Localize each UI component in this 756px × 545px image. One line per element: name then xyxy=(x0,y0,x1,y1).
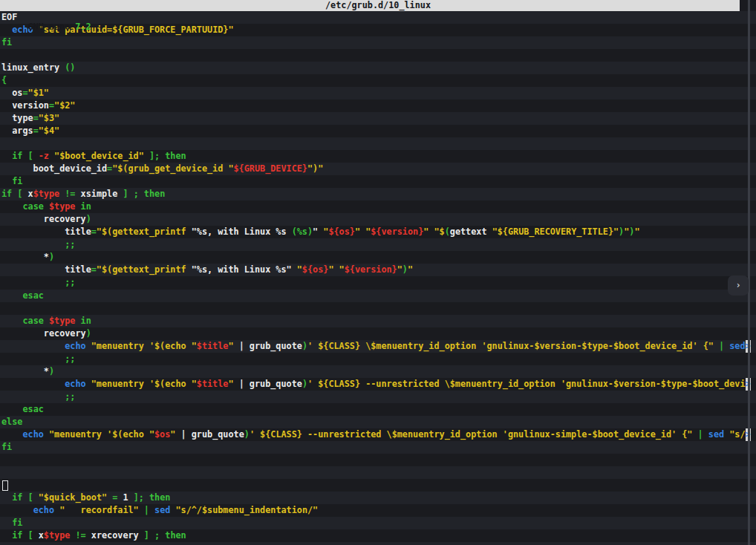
code-line: version="$2" xyxy=(0,99,756,112)
code-token: ) xyxy=(403,264,408,275)
code-token: if [ xyxy=(12,492,33,503)
code-token xyxy=(1,518,12,528)
code-token: " xyxy=(408,264,413,275)
code-line: ;; xyxy=(0,353,756,365)
code-token: fi xyxy=(12,176,22,186)
code-token: | xyxy=(144,505,149,515)
code-token xyxy=(33,492,39,503)
code-line: ;; xyxy=(0,238,756,251)
code-token: " xyxy=(313,226,323,237)
code-token: xsimple xyxy=(75,189,123,199)
code-token: "%s, with Linux %s xyxy=(192,226,292,237)
nano-terminal: /etc/grub.d/10_linux GNU nano 7.2 EOF ec… xyxy=(0,0,756,545)
code-token: != xyxy=(75,530,85,541)
code-line: recovery) xyxy=(0,213,756,226)
code-token xyxy=(1,290,22,301)
code-token xyxy=(144,151,149,161)
code-token: if [ xyxy=(12,151,33,161)
code-token: $type xyxy=(33,189,60,199)
code-token: ) xyxy=(302,379,307,389)
code-token: " xyxy=(228,379,233,389)
code-token: $title xyxy=(197,379,229,389)
code-token xyxy=(1,429,22,440)
code-token: sed xyxy=(708,429,724,440)
code-line: if [ "$quick_boot" = 1 ]; then xyxy=(0,492,756,504)
code-token: "${GRUB_RECOVERY_TITLE}" xyxy=(492,226,619,237)
text-cursor xyxy=(2,480,8,491)
code-token: $type xyxy=(49,316,76,326)
code-token xyxy=(149,530,154,541)
code-token: "menuentry '$(echo " xyxy=(49,429,154,440)
code-token: " xyxy=(297,264,302,275)
code-line: if [ x$type != xrecovery ] ; then xyxy=(0,529,756,542)
code-token: recovery xyxy=(1,328,86,339)
code-token: | grub_quote xyxy=(234,341,302,351)
code-token xyxy=(692,429,697,440)
app-title: GNU nano xyxy=(21,22,70,32)
code-token: echo xyxy=(22,429,43,440)
code-token: "s/ xyxy=(729,429,745,440)
code-token xyxy=(44,429,49,440)
code-token xyxy=(714,341,719,351)
code-token: "menuentry '$(echo " xyxy=(91,341,197,351)
code-token: x xyxy=(33,530,44,541)
code-line: else xyxy=(0,416,756,428)
code-token: ) xyxy=(86,214,91,224)
code-token xyxy=(1,239,65,249)
code-token: "$quick_boot" xyxy=(39,492,107,503)
scrollbar[interactable] xyxy=(748,0,750,545)
code-token xyxy=(139,189,144,199)
code-token xyxy=(703,429,708,440)
code-token: ${os} xyxy=(328,226,355,237)
code-token: echo xyxy=(65,379,85,389)
code-token: ) xyxy=(244,429,250,440)
code-token: ")" xyxy=(307,163,323,174)
code-token: $os xyxy=(154,429,170,440)
code-token: " "$ xyxy=(423,226,444,237)
code-line: echo "menuentry '$(echo "$os" | grub_quo… xyxy=(0,428,756,441)
code-token: in xyxy=(81,201,91,212)
editor-area[interactable]: EOF echo "set partuuid=${GRUB_FORCE_PART… xyxy=(0,11,756,545)
code-token xyxy=(1,316,22,326)
code-token: "%s, with Linux %s" xyxy=(192,264,297,275)
code-token xyxy=(1,379,65,389)
code-token xyxy=(1,341,65,351)
code-token: * xyxy=(1,366,49,376)
code-token: 1 xyxy=(123,492,128,503)
code-token: if [ xyxy=(12,530,33,541)
scroll-indicator-button[interactable]: › xyxy=(728,275,749,296)
code-token: ;; xyxy=(65,277,75,287)
code-line: { xyxy=(0,74,756,87)
code-token: $title xyxy=(197,341,229,351)
code-line: case $type in xyxy=(0,200,756,213)
code-token xyxy=(149,505,154,515)
code-token: -z xyxy=(39,151,49,161)
code-token xyxy=(1,391,65,402)
code-token: ] xyxy=(123,189,128,199)
code-token: != xyxy=(65,189,75,199)
code-line xyxy=(0,466,756,479)
code-line: echo " recordfail" | sed "s/^/$submenu_i… xyxy=(0,504,756,517)
code-token: "$1" xyxy=(28,88,49,98)
code-token: | xyxy=(698,429,703,440)
code-token: fi xyxy=(1,442,12,452)
code-token xyxy=(75,201,80,212)
code-token: ;; xyxy=(65,391,75,402)
code-token: in xyxy=(81,316,91,326)
code-token: "$4" xyxy=(39,125,59,136)
code-token: ${version} xyxy=(345,264,397,275)
code-line xyxy=(0,454,756,466)
code-token: = xyxy=(49,100,54,111)
code-line xyxy=(0,479,756,492)
code-token: { xyxy=(1,75,7,85)
code-token xyxy=(1,492,12,503)
code-line: esac xyxy=(0,290,756,302)
code-line: esac xyxy=(0,403,756,416)
code-token: ) xyxy=(49,366,54,376)
code-token: ;; xyxy=(65,353,75,364)
code-token: " xyxy=(397,264,403,275)
code-line: *) xyxy=(0,365,756,378)
code-token: ]; xyxy=(134,492,144,503)
code-token xyxy=(128,189,134,199)
code-line xyxy=(0,49,756,62)
